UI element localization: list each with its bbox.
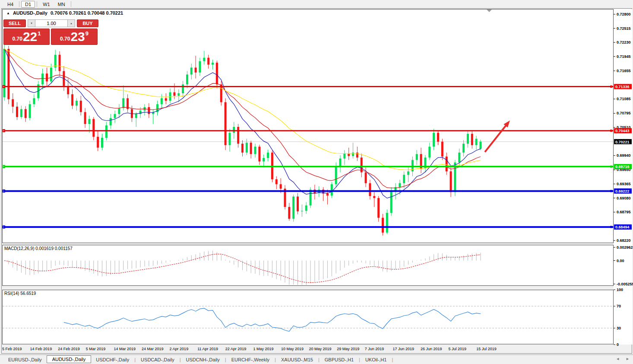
chart-tab-ukoil-h1[interactable]: UKOil-,H1 bbox=[361, 356, 392, 363]
candle-down bbox=[450, 171, 452, 192]
candle-up bbox=[424, 158, 426, 168]
price-badge-blue bbox=[614, 225, 632, 230]
candle-down bbox=[63, 71, 65, 86]
price-badge-label: 0.69716 bbox=[615, 165, 630, 169]
level-line-handle[interactable] bbox=[2, 85, 5, 88]
candle-up bbox=[88, 119, 90, 124]
level-line-handle-dot bbox=[3, 227, 4, 228]
timeframe-button-h4[interactable]: H4 bbox=[3, 1, 17, 8]
date-axis[interactable]: 5 Feb 201914 Feb 201924 Feb 20195 Mar 20… bbox=[2, 347, 497, 351]
rsi-panel[interactable] bbox=[3, 290, 614, 345]
candle-up bbox=[212, 63, 214, 65]
buy-price-display[interactable]: 0.70 23 9 bbox=[51, 28, 98, 45]
candle-down bbox=[322, 190, 324, 193]
candle-up bbox=[246, 142, 248, 152]
date-axis-label: 14 Mar 2019 bbox=[114, 347, 136, 351]
volume-decrease-button[interactable]: ▼ bbox=[28, 19, 35, 27]
price-axis-label: 0.69080 bbox=[617, 196, 631, 200]
timeframe-toolbar: H4D1W1MN bbox=[0, 0, 633, 8]
chart-canvas[interactable]: 0.728000.725150.722300.719450.716550.710… bbox=[0, 0, 633, 364]
date-axis-label: 5 Jul 2019 bbox=[449, 347, 467, 351]
candle-up bbox=[339, 158, 342, 166]
candle-down bbox=[127, 98, 129, 109]
candle-down bbox=[220, 84, 222, 102]
candle-up bbox=[101, 138, 103, 148]
candle-up bbox=[110, 118, 112, 125]
tab-scroll-left-icon[interactable]: ◄ bbox=[616, 357, 620, 361]
candle-up bbox=[454, 162, 456, 192]
chart-tab-eurusd-daily[interactable]: EURUSD-,Daily bbox=[3, 356, 47, 363]
volume-increase-button[interactable]: ▲ bbox=[67, 19, 75, 27]
level-line-handle[interactable] bbox=[2, 165, 5, 168]
symbol-marker-icon: ▲ bbox=[6, 11, 10, 15]
candle-down bbox=[258, 147, 260, 161]
toolbar-separator bbox=[71, 1, 71, 7]
candle-up bbox=[416, 154, 418, 160]
candle-down bbox=[297, 196, 299, 211]
spin-down-icon: ▼ bbox=[30, 22, 33, 25]
buy-button[interactable]: BUY bbox=[77, 19, 98, 27]
macd-panel[interactable] bbox=[3, 245, 614, 286]
volume-input[interactable] bbox=[35, 19, 67, 27]
date-axis-label: 24 Mar 2019 bbox=[142, 347, 164, 351]
one-click-trading-panel: SELL ▼ ▲ BUY 0.70 22 1 0.70 23 9 bbox=[3, 19, 99, 45]
candle-up bbox=[318, 190, 320, 193]
sell-price-main: 22 bbox=[23, 30, 37, 43]
candle-up bbox=[462, 144, 465, 153]
chart-tab-xauusd-m15[interactable]: XAUUSD-,M15 bbox=[276, 356, 318, 363]
chart-tab-gbpusd-h1[interactable]: GBPUSD-,H1 bbox=[320, 356, 358, 363]
candle-up bbox=[480, 142, 482, 149]
candle-up bbox=[395, 187, 397, 191]
candle-down bbox=[365, 172, 367, 183]
candle-up bbox=[310, 190, 312, 206]
chart-tab-eurchf-weekly[interactable]: EURCHF-,Weekly bbox=[227, 356, 274, 363]
sell-price-display[interactable]: 0.70 22 1 bbox=[3, 28, 50, 45]
level-line-handle-dot bbox=[3, 166, 4, 167]
price-axis-label: 0.71655 bbox=[617, 69, 631, 73]
tab-separator: | bbox=[391, 357, 393, 362]
chart-ohlc-values: 0.70076 0.70261 0.70048 0.70221 bbox=[51, 10, 123, 16]
level-line-handle-dot bbox=[3, 130, 4, 131]
level-line-handle[interactable] bbox=[2, 190, 5, 193]
price-axis-label: 0.68795 bbox=[617, 210, 631, 214]
candle-down bbox=[46, 73, 48, 81]
candle-up bbox=[105, 125, 108, 138]
date-axis-label: 1 May 2019 bbox=[253, 347, 273, 351]
timeframe-button-d1[interactable]: D1 bbox=[21, 1, 35, 8]
candle-down bbox=[12, 99, 14, 107]
candle-up bbox=[292, 196, 294, 218]
rsi-axis: 10070300 bbox=[614, 288, 623, 347]
price-badge-label: 0.69222 bbox=[615, 189, 630, 193]
candle-down bbox=[92, 119, 95, 137]
scroll-to-end-icon[interactable] bbox=[487, 9, 492, 12]
timeframe-button-w1[interactable]: W1 bbox=[39, 1, 54, 8]
chart-tab-usdchf-daily[interactable]: USDCHF-,Daily bbox=[91, 356, 134, 363]
level-line-end-marker bbox=[610, 85, 612, 88]
candle-down bbox=[348, 154, 350, 156]
tab-scroll-controls: ◄► bbox=[616, 357, 630, 361]
chart-window-border bbox=[2, 9, 632, 354]
level-line-handle[interactable] bbox=[2, 225, 5, 228]
candle-up bbox=[343, 154, 345, 158]
price-axis[interactable]: 0.728000.725150.722300.719450.716550.710… bbox=[614, 12, 632, 243]
chart-tab-audusd-daily[interactable]: AUDUSD-,Daily bbox=[47, 355, 92, 363]
candle-down bbox=[377, 198, 380, 218]
candle-up bbox=[177, 93, 180, 96]
timeframe-button-mn[interactable]: MN bbox=[54, 1, 69, 8]
candle-up bbox=[169, 92, 171, 101]
chart-tab-usdcnh-daily[interactable]: USDCNH-,Daily bbox=[181, 356, 225, 363]
candle-down bbox=[275, 179, 278, 184]
chart-tab-usdcad-daily[interactable]: USDCAD-,Daily bbox=[136, 356, 179, 363]
candle-down bbox=[471, 134, 473, 145]
candle-up bbox=[135, 114, 137, 118]
tab-scroll-right-icon[interactable]: ► bbox=[626, 357, 630, 361]
candle-down bbox=[216, 63, 218, 84]
price-axis-label: 0.71085 bbox=[617, 97, 631, 101]
candle-up bbox=[267, 152, 269, 158]
sell-button[interactable]: SELL bbox=[3, 19, 26, 27]
trend-arrow-line[interactable] bbox=[485, 125, 506, 152]
level-line-handle[interactable] bbox=[2, 129, 5, 132]
price-badge-label: 0.70221 bbox=[615, 140, 630, 144]
candle-down bbox=[280, 184, 282, 189]
price-axis-label: 0.69940 bbox=[617, 153, 631, 158]
